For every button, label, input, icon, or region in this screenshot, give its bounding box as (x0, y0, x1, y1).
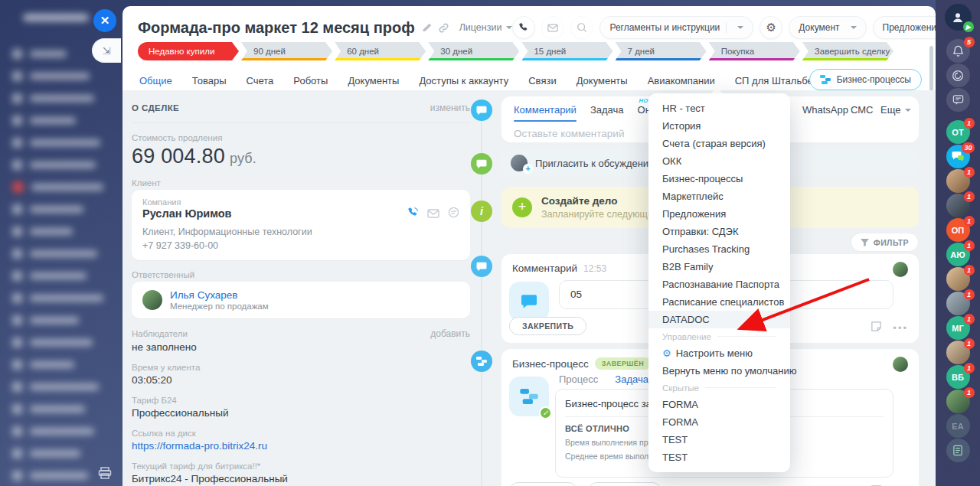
sidebar-item-blurred[interactable] (12, 220, 112, 243)
document-button[interactable]: Документ (789, 16, 866, 39)
sidebar-item-blurred[interactable] (12, 354, 112, 376)
stage-60-days[interactable]: 60 дней (335, 42, 426, 60)
menu-item-configure[interactable]: ⚙Настроить меню (648, 344, 790, 362)
open-process-button[interactable]: ОТКРЫТЬ (509, 482, 577, 486)
printer-icon[interactable] (98, 467, 112, 482)
menu-item-specialists-schedule[interactable]: Расписание специалистов (648, 293, 790, 311)
sidebar-item-blurred[interactable] (12, 176, 112, 198)
sidebar-item-blurred[interactable] (12, 87, 112, 109)
menu-item-business-processes[interactable]: Бизнес-процессы (648, 170, 790, 188)
stage-7-days[interactable]: 7 дней (616, 42, 707, 60)
chat-avatar-photo[interactable]: 1 (946, 292, 970, 315)
profile-avatar[interactable]: ▶ (945, 4, 972, 31)
stage-close-deal[interactable]: Завершить сделку (802, 42, 893, 60)
more-actions-icon[interactable]: ••• (893, 325, 908, 331)
chat-avatar-photo[interactable]: 1 (946, 267, 970, 291)
menu-item-test-2[interactable]: TEST (648, 448, 790, 466)
sidebar-item-blurred[interactable] (12, 154, 112, 176)
tab-airlines[interactable]: Авиакомпании (648, 75, 715, 86)
timeline-tab-more[interactable]: Еще (880, 104, 911, 116)
sidebar-item-blurred[interactable] (12, 420, 112, 442)
chat-avatar-ayu[interactable]: АЮ1 (946, 243, 970, 266)
menu-item-forma[interactable]: FORMA (648, 396, 790, 413)
notes-button[interactable] (946, 439, 970, 462)
menu-item-marketplace[interactable]: Маркетплейс (648, 188, 790, 205)
stage-15-days[interactable]: 15 дней (521, 42, 612, 60)
edit-deal-link[interactable]: изменить (430, 103, 470, 113)
category-selector[interactable]: Лицензии (459, 22, 513, 33)
disk-link[interactable]: https://formada-pro.bitrix24.ru (132, 440, 470, 452)
settings-button[interactable]: ⚙ (760, 16, 782, 39)
menu-item-forma-2[interactable]: FORMA (648, 413, 790, 431)
responsible-name[interactable]: Илья Сухарев (170, 289, 269, 301)
tab-documents-2[interactable]: Документы (577, 75, 628, 86)
note-icon[interactable] (871, 321, 882, 335)
chat-avatar-photo[interactable]: 1 (946, 194, 970, 217)
client-phone[interactable]: +7 927 339-60-00 (142, 239, 459, 253)
chat-avatar-photo[interactable]: 1 (946, 341, 970, 364)
add-activity-button[interactable]: + (512, 197, 532, 217)
stage-30-days[interactable]: 30 дней (428, 42, 519, 60)
stage-recently-bought[interactable]: Недавно купили (138, 42, 239, 60)
sidebar-item-blurred[interactable] (12, 109, 112, 132)
menu-item-reset-menu[interactable]: Вернуть меню по умолчанию (648, 362, 790, 380)
menu-item-old-invoices[interactable]: Счета (старая версия) (648, 135, 790, 152)
chat-avatar-ot[interactable]: ОТ1 (946, 120, 970, 144)
responsible-avatar[interactable] (142, 290, 162, 310)
tab-relations[interactable]: Связи (528, 75, 556, 86)
sidebar-item-blurred[interactable] (12, 132, 112, 154)
timeline-tab-comment[interactable]: Комментарий (514, 104, 577, 116)
tab-invoices[interactable]: Счета (246, 75, 273, 86)
filter-button[interactable]: ФИЛЬТР (851, 233, 919, 252)
sidebar-item-blurred[interactable] (12, 376, 112, 398)
event-author-avatar[interactable] (893, 357, 908, 372)
client-card[interactable]: Компания Руслан Юримов Клиент, Инфо (132, 190, 470, 260)
client-call-icon[interactable] (407, 207, 419, 221)
menu-item-offers[interactable]: Предложения (648, 205, 790, 223)
copilot-button[interactable] (946, 64, 970, 87)
messenger-button[interactable]: 30 (946, 145, 970, 168)
chat-avatar-mg[interactable]: МГ1 (946, 316, 970, 340)
call-button[interactable] (512, 16, 535, 39)
email-button[interactable] (541, 16, 564, 39)
menu-item-history[interactable]: История (648, 117, 790, 135)
sidebar-item-blurred[interactable] (12, 198, 112, 220)
menu-item-hr-test[interactable]: HR - тест (648, 99, 790, 117)
chat-avatar-ea[interactable]: ЕА (946, 414, 970, 438)
tab-account-access[interactable]: Доступы к аккаунту (419, 75, 508, 86)
sidebar-item-blurred[interactable] (12, 398, 112, 420)
menu-item-purchases-tracking[interactable]: Purchases Tracking (648, 240, 790, 258)
watchers-add-link[interactable]: добавить (430, 328, 470, 339)
sidebar-item-blurred[interactable] (12, 287, 112, 309)
sidebar-item-blurred[interactable] (12, 331, 112, 354)
tab-products[interactable]: Товары (192, 75, 227, 86)
pin-button[interactable]: ЗАКРЕПИТЬ (509, 317, 586, 335)
stage-90-days[interactable]: 90 дней (241, 42, 332, 60)
stage-purchase[interactable]: Покупка (709, 42, 800, 60)
sidebar-item-blurred[interactable] (12, 465, 112, 486)
chat-avatar-photo[interactable]: 1 (946, 390, 970, 413)
business-processes-button[interactable]: Бизнес-процессы (809, 69, 922, 90)
timeline-tab-sms[interactable]: СМС (851, 104, 873, 116)
menu-item-b2b-family[interactable]: B2B Family (648, 258, 790, 276)
timeline-tab-whatsapp[interactable]: WhatsApp (802, 104, 848, 116)
tab-general[interactable]: Общие (139, 75, 172, 86)
tab-documents[interactable]: Документы (348, 75, 399, 86)
tab-robots[interactable]: Роботы (293, 75, 328, 86)
notifications-button[interactable]: 5 (946, 39, 970, 63)
timeline-tab-task[interactable]: Задача (590, 104, 624, 116)
history-search-button[interactable] (570, 16, 593, 39)
menu-item-passport-recognition[interactable]: Распознавание Паспорта (648, 276, 790, 293)
client-chat-icon[interactable] (448, 207, 459, 221)
client-email-icon[interactable] (427, 207, 439, 221)
collapse-slider-button[interactable]: ⇲ (92, 38, 121, 63)
sidebar-item-blurred[interactable] (12, 243, 112, 265)
menu-item-cdek[interactable]: Отправки: СДЭК (648, 223, 790, 240)
sidebar-item-blurred[interactable] (12, 309, 112, 331)
edit-title-icon[interactable] (422, 23, 432, 33)
sidebar-item-blurred[interactable] (12, 265, 112, 287)
feedback-button[interactable] (946, 88, 970, 112)
event-author-avatar[interactable] (893, 262, 908, 277)
close-slider-button[interactable]: ✕ (93, 9, 116, 32)
menu-item-datadoc[interactable]: DATADOC (648, 311, 790, 328)
